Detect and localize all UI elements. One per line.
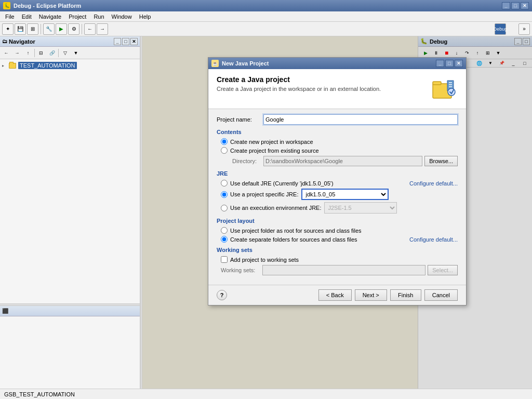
contents-option1-radio[interactable]: [221, 138, 228, 145]
nav-forward-btn[interactable]: →: [12, 48, 22, 58]
more-button[interactable]: »: [518, 23, 530, 35]
svg-point-2: [448, 88, 455, 96]
project-name-row: Project name:: [217, 114, 458, 125]
dialog-icon: ☕: [211, 60, 219, 67]
layout-option2-inner: Create separate folders for sources and …: [221, 236, 357, 243]
main-area: 🗂 Navigator _ □ ✕ ← → ↑ ⊟ 🔗 ▽ ▼ ▸: [0, 36, 532, 399]
navigator-controls: _ □ ✕: [114, 38, 138, 45]
working-sets-checkbox-row: Add project to working sets: [221, 256, 458, 263]
working-sets-section: Working sets Add project to working sets…: [217, 247, 458, 275]
dialog-close-btn[interactable]: ✕: [455, 60, 463, 67]
new-button[interactable]: ✦: [2, 23, 14, 35]
window-icon: 🐛: [3, 2, 10, 9]
layout-option2-row: Create separate folders for sources and …: [221, 236, 458, 243]
maximize-panel-button[interactable]: □: [122, 38, 129, 45]
debug-panel-button[interactable]: Debug: [495, 23, 506, 35]
project-name-input[interactable]: [263, 114, 458, 125]
menu-project[interactable]: Project: [65, 13, 89, 20]
nav-up-btn[interactable]: ↑: [23, 48, 33, 58]
jre-section-content: Use default JRE (Currently 'jdk1.5.0_05'…: [217, 180, 458, 214]
menu-edit[interactable]: Edit: [19, 13, 35, 20]
jre-option2-row: Use a project specific JRE: jdk1.5.0_05: [221, 189, 458, 200]
tree-item-root[interactable]: ▸ TEST_AUTOMATION: [2, 61, 138, 70]
nav-back-btn[interactable]: ←: [1, 48, 11, 58]
working-sets-label: Working sets:: [221, 267, 262, 273]
close-panel-button[interactable]: ✕: [130, 38, 138, 45]
dialog-header: Create a Java project Create a Java proj…: [208, 69, 466, 109]
folder-icon: [8, 62, 17, 69]
working-sets-checkbox[interactable]: [221, 256, 228, 263]
menu-window[interactable]: Window: [109, 13, 135, 20]
contents-option1-row: Create new project in workspace: [221, 138, 458, 145]
finish-button[interactable]: Finish: [390, 289, 421, 301]
nav-link-btn[interactable]: 🔗: [47, 48, 57, 58]
directory-label: Directory:: [232, 158, 263, 164]
contents-option2-radio[interactable]: [221, 147, 228, 154]
status-bar: GSB_TEST_AUTOMATION: [0, 389, 532, 399]
exec-env-select[interactable]: J2SE-1.5: [324, 202, 397, 214]
dialog-footer: ? < Back Next > Finish Cancel: [208, 285, 466, 305]
jre-option1-radio[interactable]: [221, 180, 228, 187]
layout-option1-radio[interactable]: [221, 227, 228, 234]
dialog-max-btn[interactable]: □: [445, 60, 454, 67]
run-button[interactable]: ▶: [56, 23, 67, 35]
project-label: TEST_AUTOMATION: [18, 62, 77, 69]
save-all-button[interactable]: ⊞: [27, 23, 38, 35]
layout-option2-label[interactable]: Create separate folders for sources and …: [230, 236, 357, 243]
project-layout-content: Use project folder as root for sources a…: [217, 227, 458, 243]
working-sets-content: Add project to working sets Working sets…: [217, 256, 458, 275]
nav-collapse-btn[interactable]: ⊟: [36, 48, 46, 58]
dialog-min-btn[interactable]: _: [436, 60, 444, 67]
debug-button[interactable]: 🔧: [43, 23, 55, 35]
layout-option1-label[interactable]: Use project folder as root for sources a…: [230, 228, 362, 234]
directory-input[interactable]: [263, 156, 422, 166]
menu-bar: File Edit Navigate Project Run Window He…: [0, 11, 532, 22]
new-java-project-dialog: ☕ New Java Project _ □ ✕ Create a Java p…: [208, 57, 467, 305]
forward-button[interactable]: →: [97, 23, 108, 35]
maximize-button[interactable]: □: [511, 2, 520, 9]
next-button[interactable]: Next >: [355, 289, 387, 301]
minimize-panel-button[interactable]: _: [114, 38, 121, 45]
jre-option3-radio[interactable]: [221, 205, 228, 211]
browse-button[interactable]: Browse...: [424, 156, 458, 166]
contents-option2-label[interactable]: Create project from existing source: [230, 148, 319, 154]
navigator-toolbar: ← → ↑ ⊟ 🔗 ▽ ▼: [0, 47, 140, 59]
dialog-body: Project name: Contents Create new projec…: [208, 109, 466, 285]
dialog-description: Create a Java project in the workspace o…: [217, 86, 431, 92]
navigator-title: Navigator: [9, 38, 35, 45]
nav-filter-btn[interactable]: ▽: [60, 48, 70, 58]
cancel-button[interactable]: Cancel: [424, 289, 458, 301]
jre-option2-radio[interactable]: [221, 191, 228, 198]
bottom-panel-title: ⬛: [2, 308, 8, 314]
contents-option1-label[interactable]: Create new project in workspace: [230, 139, 313, 145]
working-sets-input[interactable]: [262, 265, 425, 275]
jre-option1-label[interactable]: Use default JRE (Currently 'jdk1.5.0_05'…: [230, 180, 334, 187]
jre-select-container: jdk1.5.0_05: [301, 189, 389, 200]
dialog-overlay: ☕ New Java Project _ □ ✕ Create a Java p…: [142, 36, 532, 399]
save-button[interactable]: 💾: [15, 23, 26, 35]
nav-menu-btn[interactable]: ▼: [71, 48, 81, 58]
menu-file[interactable]: File: [2, 13, 18, 20]
close-button[interactable]: ✕: [521, 2, 529, 9]
right-panel: 🐛 Debug _ □ ▶ ⏸ ⏹ ↓ ↷ ↑ ⊞ ▼ ⊟ ⊞ ▶: [142, 36, 532, 399]
back-button[interactable]: < Back: [318, 289, 352, 301]
status-text: GSB_TEST_AUTOMATION: [4, 391, 75, 397]
select-working-sets-button[interactable]: Select...: [428, 265, 458, 275]
back-button[interactable]: ←: [84, 23, 96, 35]
external-tools-button[interactable]: ⚙: [68, 23, 79, 35]
layout-option2-radio[interactable]: [221, 236, 228, 243]
menu-navigate[interactable]: Navigate: [36, 13, 64, 20]
help-button[interactable]: ?: [217, 290, 227, 300]
jre-select[interactable]: jdk1.5.0_05: [301, 189, 389, 200]
contents-section: Contents Create new project in workspace…: [217, 129, 458, 166]
menu-help[interactable]: Help: [136, 13, 154, 20]
configure-default-link-layout[interactable]: Configure default...: [409, 236, 458, 243]
contents-section-title: Contents: [217, 129, 458, 135]
jre-option3-label[interactable]: Use an execution environment JRE:: [230, 205, 321, 211]
menu-run[interactable]: Run: [90, 13, 107, 20]
minimize-button[interactable]: _: [502, 2, 510, 9]
directory-row: Directory: Browse...: [221, 156, 458, 166]
configure-default-link-jre[interactable]: Configure default...: [409, 180, 458, 187]
working-sets-checkbox-label[interactable]: Add project to working sets: [230, 257, 299, 263]
jre-option2-label[interactable]: Use a project specific JRE:: [230, 191, 298, 197]
